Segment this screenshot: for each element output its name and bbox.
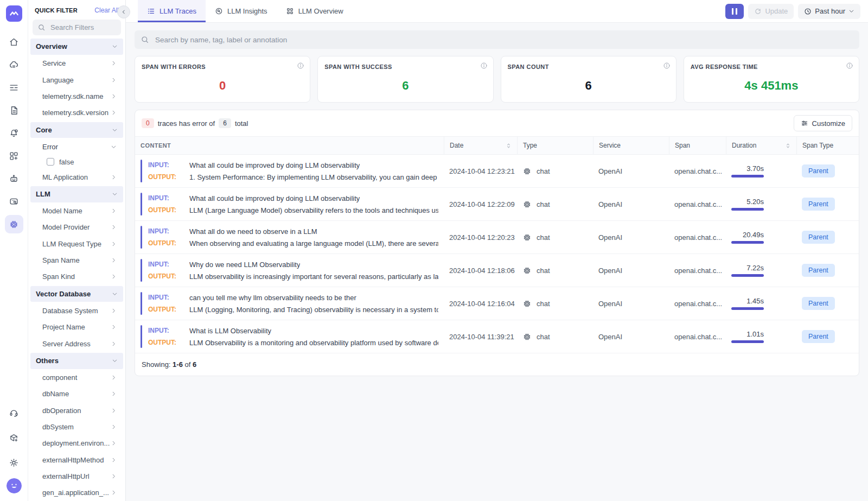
- trace-row[interactable]: INPUT: What all do we need to observe in…: [135, 221, 859, 254]
- output-label: OUTPUT:: [148, 339, 189, 347]
- filter-section-vector-database[interactable]: Vector Database: [30, 286, 123, 302]
- filter-item-dbname[interactable]: dbName: [33, 386, 121, 402]
- col-date[interactable]: Date: [444, 137, 517, 154]
- info-icon[interactable]: [480, 62, 488, 69]
- card-span-with-errors: SPAN WITH ERRORS 0: [135, 56, 310, 103]
- input-label: INPUT:: [148, 227, 189, 236]
- filter-item-dboperation[interactable]: dbOperation: [33, 402, 121, 418]
- filter-item-telemetry-sdk-name[interactable]: telemetry.sdk.name: [33, 88, 121, 104]
- filter-item-project-name[interactable]: Project Name: [33, 319, 121, 335]
- info-icon[interactable]: [846, 62, 853, 69]
- collapse-filter-button[interactable]: [117, 5, 130, 18]
- gear-icon[interactable]: [5, 453, 23, 472]
- ai-observability-icon[interactable]: [5, 215, 23, 233]
- trace-row[interactable]: INPUT: What all could be improved by doi…: [135, 155, 859, 188]
- filter-item-database-system[interactable]: Database System: [33, 302, 121, 319]
- pause-button[interactable]: [725, 4, 744, 19]
- customize-button[interactable]: Customize: [794, 115, 852, 131]
- trace-span: openai.chat.c...: [669, 233, 726, 242]
- filter-section-llm[interactable]: LLM: [30, 186, 123, 202]
- filter-item-server-address[interactable]: Server Address: [33, 335, 121, 352]
- middleware-logo[interactable]: [6, 5, 22, 22]
- row-accent-bar: [141, 160, 142, 182]
- filter-item-deployment-environment[interactable]: deployment.environ...: [33, 435, 121, 452]
- alerts-icon[interactable]: [5, 124, 23, 142]
- input-label: INPUT:: [148, 327, 189, 335]
- trace-row[interactable]: INPUT: Why do we need LLM Observability …: [135, 254, 859, 287]
- filter-item-span-kind[interactable]: Span Kind: [33, 269, 121, 285]
- filter-item-telemetry-sdk-version[interactable]: telemetry.sdk.version: [33, 105, 121, 121]
- logs-icon[interactable]: [5, 78, 23, 97]
- input-label: INPUT:: [148, 161, 189, 169]
- filter-item-externalhttpurl[interactable]: externalHttpUrl: [33, 468, 121, 484]
- filter-item-span-name[interactable]: Span Name: [33, 252, 121, 268]
- filter-item-gen-ai-application[interactable]: gen_ai.application_...: [33, 485, 121, 501]
- tab-llm-traces[interactable]: LLM Traces: [138, 0, 206, 22]
- bot-icon[interactable]: [5, 169, 23, 188]
- trace-search[interactable]: [135, 30, 859, 49]
- trace-content-cell: INPUT: Why do we need LLM Observability …: [135, 254, 444, 287]
- trace-type: chat: [517, 299, 593, 308]
- trace-row[interactable]: INPUT: What is LLM Observability OUTPUT:…: [135, 320, 859, 353]
- trace-duration: 1.01s: [726, 330, 796, 343]
- tab-llm-overview[interactable]: LLM Overview: [277, 0, 353, 22]
- infrastructure-icon[interactable]: [5, 55, 23, 74]
- main-area: LLM Traces LLM Insights LLM Overview Upd…: [126, 0, 868, 501]
- filter-checkbox-false[interactable]: false: [33, 155, 121, 168]
- user-avatar[interactable]: [7, 478, 22, 493]
- reports-icon[interactable]: [5, 101, 23, 119]
- trace-row[interactable]: INPUT: What all could be improved by doi…: [135, 188, 859, 221]
- home-icon[interactable]: [5, 33, 23, 51]
- info-icon[interactable]: [663, 62, 671, 69]
- duration-bar: [731, 307, 764, 310]
- filter-section-core[interactable]: Core: [30, 122, 123, 138]
- card-span-count: SPAN COUNT 6: [501, 56, 676, 103]
- filter-item-model-provider[interactable]: Model Provider: [33, 219, 121, 236]
- trace-content-cell: INPUT: What all could be improved by doi…: [135, 188, 444, 220]
- chevron-down-icon: [112, 43, 118, 49]
- clear-all-link[interactable]: Clear All: [94, 7, 119, 14]
- sort-icon[interactable]: [785, 143, 791, 149]
- input-label: INPUT:: [148, 261, 189, 269]
- headset-icon[interactable]: [5, 403, 23, 422]
- filter-item-language[interactable]: Language: [33, 72, 121, 88]
- showing-range: 1-6: [173, 360, 183, 369]
- span-type-badge: Parent: [802, 330, 835, 343]
- dashboards-icon[interactable]: [5, 147, 23, 165]
- trace-duration: 20.49s: [726, 231, 796, 244]
- filter-section-overview[interactable]: Overview: [30, 39, 123, 54]
- sort-icon[interactable]: [506, 143, 512, 149]
- chevron-right-icon: [111, 324, 117, 330]
- time-range-dropdown[interactable]: Past hour: [798, 4, 860, 19]
- filter-item-model-name[interactable]: Model Name: [33, 203, 121, 219]
- filter-item-dbsystem[interactable]: dbSystem: [33, 418, 121, 435]
- trace-search-input[interactable]: [154, 35, 853, 45]
- filter-search-input[interactable]: [49, 23, 116, 32]
- filter-item-component[interactable]: component: [33, 370, 121, 386]
- trace-span: openai.chat.c...: [669, 200, 726, 208]
- filter-item-error[interactable]: Error: [33, 138, 121, 155]
- checkbox-icon[interactable]: [47, 158, 54, 166]
- span-type-badge: Parent: [802, 297, 835, 310]
- trace-row[interactable]: INPUT: can you tell me why llm observabi…: [135, 287, 859, 320]
- session-replay-icon[interactable]: [5, 192, 23, 211]
- content-area: SPAN WITH ERRORS 0 SPAN WITH SUCCESS 6 S…: [126, 23, 868, 376]
- filter-search[interactable]: [33, 20, 121, 35]
- col-duration[interactable]: Duration: [726, 137, 796, 154]
- chevron-down-icon: [112, 358, 118, 364]
- filter-item-ml-application[interactable]: ML Application: [33, 169, 121, 185]
- search-icon: [37, 23, 46, 31]
- trace-service: OpenAI: [593, 167, 669, 175]
- info-icon[interactable]: [297, 62, 304, 69]
- avg-response-value: 4s 451ms: [691, 79, 852, 93]
- filter-item-service[interactable]: Service: [33, 55, 121, 72]
- duration-bar: [731, 208, 764, 211]
- filter-section-others[interactable]: Others: [30, 353, 123, 369]
- update-button[interactable]: Update: [748, 4, 794, 19]
- output-label: OUTPUT:: [148, 206, 189, 214]
- chip-icon: [522, 200, 532, 209]
- filter-item-externalhttpmethod[interactable]: externalHttpMethod: [33, 452, 121, 468]
- integrations-icon[interactable]: [5, 428, 23, 447]
- filter-item-llm-request-type[interactable]: LLM Request Type: [33, 236, 121, 252]
- tab-llm-insights[interactable]: LLM Insights: [206, 0, 277, 22]
